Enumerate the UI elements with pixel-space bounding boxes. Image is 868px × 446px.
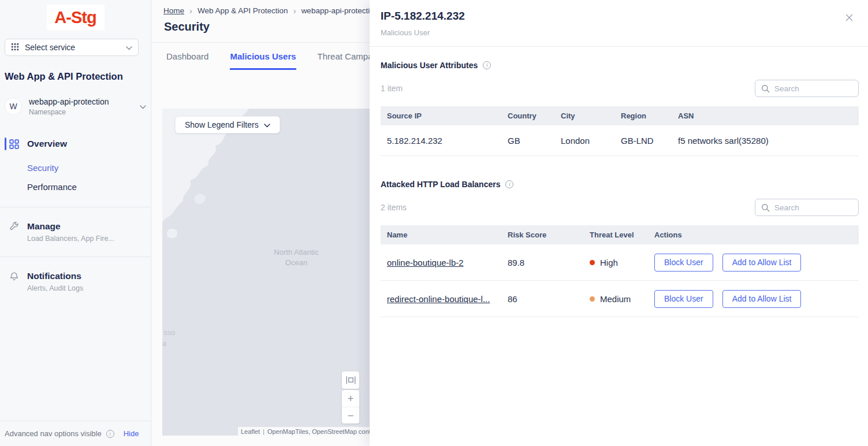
search-input[interactable] [774, 84, 852, 93]
tab-dashboard[interactable]: Dashboard [166, 51, 208, 70]
table-header-row: Name Risk Score Threat Level Actions [381, 225, 859, 244]
table-row: 5.182.214.232 GB London GB-LND f5 networ… [381, 125, 859, 156]
map-label-ocean: North Atlantic Ocean [259, 247, 334, 267]
column-header-actions: Actions [648, 231, 859, 239]
chevron-down-icon [264, 120, 270, 129]
breadcrumb-waap[interactable]: Web App & API Protection [198, 6, 288, 15]
close-icon[interactable] [844, 12, 854, 23]
panel-subtitle: Malicious User [381, 28, 854, 37]
cell-country: GB [501, 136, 554, 146]
service-selector[interactable]: Select service [5, 39, 139, 56]
advanced-nav-label: Advanced nav options visible [5, 429, 102, 438]
cell-source-ip: 5.182.214.232 [381, 136, 501, 146]
cell-risk-score: 89.8 [501, 258, 583, 267]
column-header-risk-score: Risk Score [501, 231, 583, 239]
column-header-source-ip: Source IP [381, 112, 501, 120]
table-header-row: Source IP Country City Region ASN [381, 106, 859, 125]
load-balancers-section-title: Attacked HTTP Load Balancers [381, 180, 500, 189]
panel-header: IP-5.182.214.232 Malicious User [370, 0, 868, 47]
map-label-partial: sso [163, 328, 175, 337]
fit-bounds-icon [346, 376, 356, 385]
service-selector-label: Select service [25, 43, 120, 52]
sidebar-item-manage[interactable]: Manage Load Balancers, App Fire... [0, 218, 151, 246]
cell-asn: f5 networks sarl(35280) [672, 136, 859, 146]
sidebar-item-subtitle: Load Balancers, App Fire... [27, 235, 114, 243]
load-balancer-link[interactable]: online-boutique-lb-2 [387, 258, 464, 267]
bell-icon [9, 272, 20, 281]
map-label-partial: a [162, 339, 166, 348]
app-root: A-Stg Select service Web App & API Prote… [0, 0, 868, 446]
load-balancer-link[interactable]: redirect-online-boutique-l... [387, 294, 490, 304]
chevron-right-icon: › [189, 6, 192, 16]
attributes-search [755, 80, 859, 97]
map-fit-bounds-button[interactable] [342, 371, 359, 389]
attributes-section: Malicious User Attributes 1 item Source … [381, 61, 859, 156]
zoom-out-button[interactable]: − [342, 407, 359, 423]
table-row: online-boutique-lb-2 89.8 High Block Use… [381, 244, 859, 281]
legend-button-label: Show Legend Filters [185, 120, 259, 129]
breadcrumb-home[interactable]: Home [163, 6, 184, 15]
column-header-city: City [554, 112, 614, 120]
search-icon [761, 203, 770, 212]
show-legend-filters-button[interactable]: Show Legend Filters [175, 116, 280, 133]
load-balancers-section: Attacked HTTP Load Balancers 2 items Nam… [381, 180, 859, 317]
table-row: redirect-online-boutique-l... 86 Medium … [381, 281, 859, 317]
column-header-asn: ASN [672, 112, 859, 120]
attribution-divider: | [263, 428, 265, 435]
sidebar-item-security[interactable]: Security [0, 158, 151, 177]
search-input[interactable] [774, 203, 852, 212]
threat-level-label: High [600, 258, 618, 267]
add-to-allow-list-button[interactable]: Add to Allow List [722, 254, 802, 272]
sidebar-item-label: Notifications [27, 271, 81, 281]
zoom-in-button[interactable]: + [342, 390, 359, 407]
chevron-right-icon: › [293, 6, 296, 16]
sidebar-item-label: Overview [27, 139, 67, 149]
sidebar-divider [0, 207, 151, 207]
block-user-button[interactable]: Block User [654, 290, 713, 308]
sidebar-footer: Advanced nav options visible Hide [0, 421, 151, 446]
info-icon[interactable] [505, 180, 513, 188]
info-icon[interactable] [483, 61, 491, 69]
sidebar-nav: Overview Security Performance Manage Loa… [0, 135, 151, 296]
load-balancers-table: Name Risk Score Threat Level Actions onl… [381, 225, 859, 317]
map-zoom-control: + − [342, 390, 359, 423]
sidebar: A-Stg Select service Web App & API Prote… [0, 0, 151, 446]
threat-level-dot [590, 296, 595, 302]
cell-risk-score: 86 [501, 294, 583, 304]
namespace-avatar: W [5, 98, 22, 115]
sidebar-item-overview[interactable]: Overview [0, 135, 151, 153]
sidebar-item-performance[interactable]: Performance [0, 177, 151, 196]
panel-title: IP-5.182.214.232 [381, 10, 854, 23]
attributes-section-title: Malicious User Attributes [381, 61, 478, 70]
block-user-button[interactable]: Block User [654, 254, 713, 272]
sidebar-item-subtitle: Alerts, Audit Logs [27, 284, 83, 292]
hide-advanced-nav-link[interactable]: Hide [124, 429, 139, 438]
search-icon [761, 84, 770, 93]
brand-logo: A-Stg [47, 5, 105, 30]
info-icon[interactable] [106, 430, 114, 438]
threat-level-dot [590, 260, 595, 265]
leaflet-link[interactable]: Leaflet [241, 428, 260, 435]
sidebar-section-title: Web App & API Protection [5, 71, 146, 82]
column-header-name: Name [381, 231, 501, 239]
overview-grid-icon [9, 139, 20, 149]
breadcrumb-namespace: webapp-api-protection [301, 6, 379, 15]
load-balancers-item-count: 2 items [381, 203, 407, 212]
wrench-icon [9, 222, 20, 232]
sidebar-item-notifications[interactable]: Notifications Alerts, Audit Logs [0, 267, 151, 296]
sidebar-item-label: Manage [27, 221, 61, 231]
threat-level-label: Medium [600, 294, 631, 304]
namespace-type-label: Namespace [29, 108, 133, 116]
namespace-name: webapp-api-protection [29, 97, 133, 106]
load-balancers-search [755, 199, 859, 216]
column-header-region: Region [614, 112, 672, 120]
detail-panel: IP-5.182.214.232 Malicious User Maliciou… [370, 0, 868, 446]
tab-malicious-users[interactable]: Malicious Users [230, 51, 296, 70]
namespace-selector[interactable]: W webapp-api-protection Namespace [5, 94, 146, 119]
column-header-country: Country [501, 112, 554, 120]
chevron-down-icon [140, 101, 146, 112]
apps-grid-icon [11, 43, 19, 53]
add-to-allow-list-button[interactable]: Add to Allow List [722, 290, 802, 308]
brand-logo-text: A-Stg [54, 8, 96, 27]
cell-region: GB-LND [614, 136, 672, 146]
